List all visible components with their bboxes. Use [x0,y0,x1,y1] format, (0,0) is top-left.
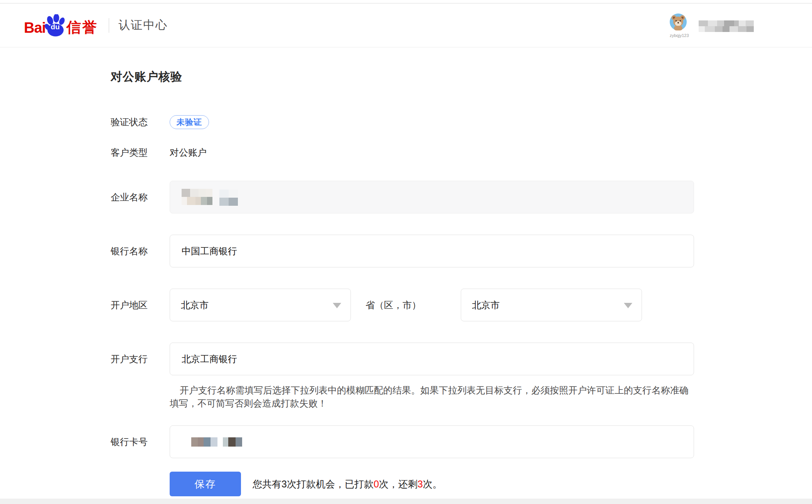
status-label: 验证状态 [111,116,170,128]
logo-text-du: du [51,23,60,31]
bank-name-row: 银行名称 [111,235,812,267]
verification-form: 对公账户核验 验证状态 未验证 客户类型 对公账户 企业名称 银行名称 开户地区… [0,47,812,496]
baidu-credit-logo[interactable]: Bai du 信誉 [24,14,98,37]
user-avatar[interactable]: zybqjy123 [670,13,687,38]
branch-label: 开户支行 [111,353,170,365]
chevron-down-icon [333,303,341,308]
user-id-text: zybqjy123 [670,33,687,38]
page-bottom-strip [0,499,812,504]
card-number-row: 银行卡号 [111,425,812,458]
card-number-label: 银行卡号 [111,436,170,448]
logo-text-xinyu: 信誉 [66,20,98,37]
app-header: Bai du 信誉 认证中心 [0,3,812,47]
header-divider [109,18,109,33]
province-select-value: 北京市 [181,299,209,311]
branch-hint-text: 开户支行名称需填写后选择下拉列表中的模糊匹配的结果。如果下拉列表无目标支行，必须… [170,384,694,410]
company-name-label: 企业名称 [111,191,170,203]
branch-input[interactable] [170,343,694,375]
province-unit-label: 省（区，市） [366,299,421,311]
note-used-count: 0 [374,479,379,489]
save-row: 保存 您共有3次打款机会，已打款0次，还剩3次。 [111,472,812,496]
baidu-paw-icon: du [45,14,66,37]
customer-type-row: 客户类型 对公账户 [111,147,812,158]
status-row: 验证状态 未验证 [111,115,812,129]
bank-name-label: 银行名称 [111,245,170,257]
save-button[interactable]: 保存 [170,472,241,496]
branch-row: 开户支行 [111,343,812,375]
avatar-bear-icon [670,13,687,30]
note-prefix: 您共有3次打款机会，已打款 [253,479,374,489]
account-region-row: 开户地区 北京市 省（区，市） 北京市 [111,289,812,321]
company-name-row: 企业名称 [111,181,812,213]
province-select[interactable]: 北京市 [170,289,351,321]
user-name-redacted[interactable] [699,20,754,32]
company-name-redacted [182,189,238,206]
site-section-title: 认证中心 [118,17,168,33]
card-number-redacted [191,437,242,447]
status-badge: 未验证 [170,115,209,129]
customer-type-label: 客户类型 [111,146,170,159]
logo-text-bai: Bai [24,20,45,37]
note-suffix: 次。 [423,479,442,489]
company-name-field [170,181,694,213]
note-remaining-count: 3 [418,479,423,489]
customer-type-value: 对公账户 [170,146,207,159]
chevron-down-icon [624,303,632,308]
card-number-input[interactable] [170,425,694,458]
note-mid: 次，还剩 [379,479,418,489]
city-select-value: 北京市 [472,299,500,311]
page-title: 对公账户核验 [111,71,812,83]
transfer-attempts-note: 您共有3次打款机会，已打款0次，还剩3次。 [253,478,442,491]
bank-name-input[interactable] [170,235,694,267]
city-select[interactable]: 北京市 [461,289,642,321]
account-region-label: 开户地区 [111,299,170,311]
